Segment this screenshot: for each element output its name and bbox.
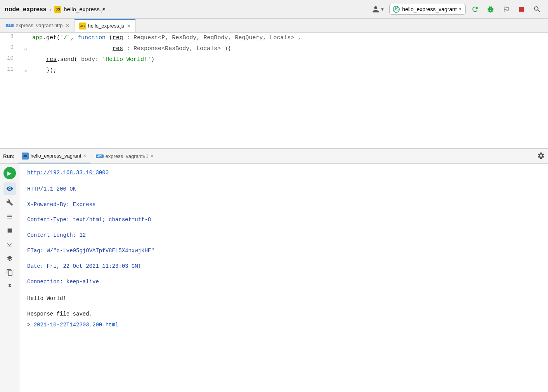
output-http-200: HTTP/1.1 200 OK	[27, 185, 540, 194]
output-x-powered-by: X-Powered-By: Express	[27, 200, 540, 210]
code-line-8: 8 app.get('/', function (req : Request<P…	[0, 33, 548, 43]
tab-api-label: express_vagrant.http	[16, 23, 62, 28]
run-tab-vagrant-close[interactable]: ✕	[83, 153, 87, 158]
tab-api[interactable]: API express_vagrant.http ✕	[2, 19, 74, 32]
output-file-link-line: > 2021-10-22T142303.200.html	[27, 321, 540, 330]
output-content-type: Content-Type: text/html; charset=utf-8	[27, 215, 540, 225]
run-config-label: hello_express_vagrant	[402, 6, 457, 12]
breadcrumb-separator: ›	[50, 6, 52, 12]
run-config-icon: JS	[393, 6, 400, 13]
code-line-10: 10 res.send( body: 'Hello World!')	[0, 54, 548, 65]
output-etag: ETag: W/"c-Lve95gjOVATpfV8EL5X4nxwjKHE"	[27, 246, 540, 256]
stop-button[interactable]	[515, 3, 528, 16]
scroll-up-button[interactable]	[3, 210, 16, 223]
output-url-line: http://192.168.33.10:3000	[27, 168, 540, 178]
tab-js-close[interactable]: ✕	[127, 23, 131, 29]
output-connection: Connection: keep-alive	[27, 278, 540, 287]
output-url-link[interactable]: http://192.168.33.10:3000	[27, 170, 109, 176]
svg-rect-1	[7, 229, 12, 233]
tab-js-label: hello_express.js	[88, 23, 124, 29]
toolbar-actions	[469, 3, 543, 16]
avatar-dropdown-arrow: ▾	[381, 6, 384, 12]
line-gutter-9: ◁	[21, 43, 29, 54]
run-tab-js-icon: JS	[22, 153, 29, 160]
code-editor[interactable]: 8 app.get('/', function (req : Request<P…	[0, 33, 548, 149]
line-content-8: app.get('/', function (req : Request<P, …	[29, 33, 548, 43]
tab-js-icon: JS	[79, 23, 86, 29]
line-number-10: 10	[0, 54, 21, 65]
run-panel-header: Run: JS hello_express_vagrant ✕ API expr…	[0, 149, 548, 164]
run-tab-vagrant[interactable]: JS hello_express_vagrant ✕	[18, 149, 91, 163]
output-date: Date: Fri, 22 Oct 2021 11:23:03 GMT	[27, 262, 540, 271]
js-icon: JS	[54, 6, 61, 13]
editor-tabs: API express_vagrant.http ✕ JS hello_expr…	[0, 19, 548, 33]
file-name: hello_express.js	[64, 6, 106, 12]
debug-button[interactable]	[484, 3, 497, 16]
wrench-button[interactable]	[3, 196, 16, 209]
play-button[interactable]: ▶	[3, 167, 16, 179]
svg-rect-0	[519, 7, 524, 12]
line-number-8: 8	[0, 33, 21, 43]
code-content: 8 app.get('/', function (req : Request<P…	[0, 33, 548, 123]
tab-api-close[interactable]: ✕	[66, 23, 69, 28]
line-number-9: 9	[0, 43, 21, 54]
line-number-11: 11	[0, 65, 21, 76]
search-button[interactable]	[531, 3, 543, 16]
tab-js[interactable]: JS hello_express.js ✕	[74, 19, 136, 32]
output-hello-world: Hello World!	[27, 294, 540, 304]
run-tab-api-icon: API	[96, 154, 103, 158]
line-gutter-8	[21, 33, 29, 43]
project-name: node_express	[5, 6, 47, 13]
eye-button[interactable]	[3, 182, 16, 195]
scroll-to-bottom-button[interactable]	[3, 238, 16, 251]
code-line-empty-1	[0, 76, 548, 123]
code-line-11: 11 ◁ });	[0, 65, 548, 76]
run-config-button[interactable]: JS hello_express_vagrant ▾	[389, 4, 466, 15]
run-tab-vagrant-label: hello_express_vagrant	[31, 153, 82, 159]
layers-button[interactable]	[3, 252, 16, 265]
line-content-10: res.send( body: 'Hello World!')	[29, 54, 548, 65]
output-file-link-prefix: >	[27, 322, 34, 328]
api-badge: API	[6, 24, 14, 27]
line-gutter-10	[21, 54, 29, 65]
title-bar: node_express › JS hello_express.js ▾ JS …	[0, 0, 548, 19]
run-config-area: ▾ JS hello_express_vagrant ▾	[369, 4, 466, 15]
code-line-9: 9 ◁ res : Response<ResBody, Locals> ){	[0, 43, 548, 54]
line-content-11: });	[29, 65, 548, 76]
pin-button[interactable]	[3, 280, 16, 293]
run-label: Run:	[3, 153, 15, 159]
line-number-empty	[0, 76, 21, 123]
copy-button[interactable]	[3, 266, 16, 279]
line-content-9: res : Response<ResBody, Locals> ){	[29, 43, 548, 54]
run-output: http://192.168.33.10:3000 HTTP/1.1 200 O…	[19, 164, 548, 392]
output-content-length: Content-Length: 12	[27, 231, 540, 240]
run-tab-api-close[interactable]: ✕	[150, 154, 154, 159]
run-sidebar: ▶	[0, 164, 19, 392]
run-config-dropdown-arrow: ▾	[459, 7, 461, 12]
breadcrumb: node_express › JS hello_express.js	[5, 6, 369, 13]
stop-run-button[interactable]	[3, 224, 16, 237]
output-response-saved: Response file saved.	[27, 310, 540, 319]
coverage-button[interactable]	[500, 3, 512, 16]
run-settings-button[interactable]	[537, 152, 545, 161]
line-gutter-11: ◁	[21, 65, 29, 76]
run-content: ▶	[0, 164, 548, 392]
output-file-link[interactable]: 2021-10-22T142303.200.html	[34, 322, 118, 328]
user-avatar-button[interactable]: ▾	[369, 5, 386, 14]
reload-button[interactable]	[469, 3, 481, 16]
run-tab-api[interactable]: API express_vagrant#1 ✕	[92, 149, 158, 163]
run-tab-api-label: express_vagrant#1	[106, 153, 149, 159]
